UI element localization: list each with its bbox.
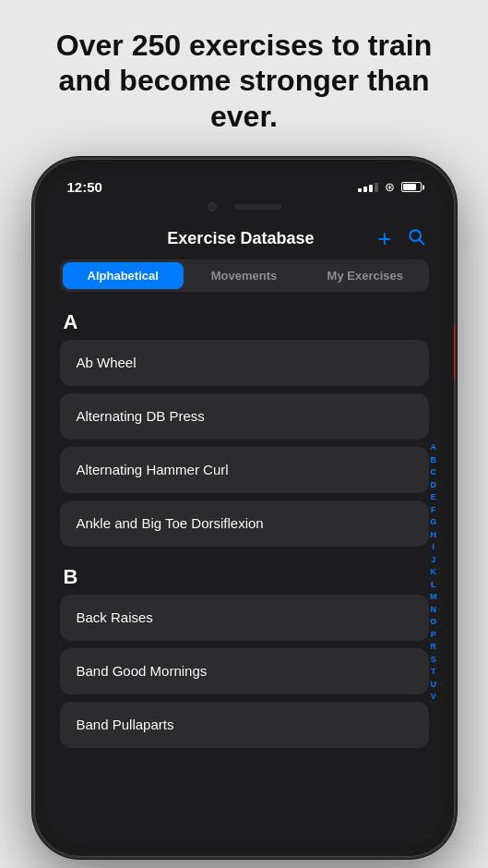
alpha-C[interactable]: C [427, 466, 440, 479]
alpha-M[interactable]: M [427, 591, 440, 604]
wifi-icon: ⊛ [385, 180, 395, 194]
exercise-name: Alternating DB Press [77, 408, 205, 424]
alphabet-sidebar: A B C D E F G H I J K L M N O P R [427, 299, 440, 846]
alpha-H[interactable]: H [427, 529, 440, 542]
exercise-name: Ab Wheel [77, 355, 137, 370]
list-item[interactable]: Band Pullaparts [60, 702, 429, 748]
front-camera [208, 202, 217, 211]
alpha-A[interactable]: A [427, 441, 440, 454]
exercise-list: A Ab Wheel Alternating DB Press Alternat… [45, 299, 444, 846]
exercise-name: Band Good Mornings [77, 663, 208, 679]
list-item[interactable]: Back Raises [60, 595, 429, 641]
battery-icon [401, 182, 422, 192]
headline: Over 250 exercises to train and become s… [0, 0, 488, 152]
tab-alphabetical[interactable]: Alphabetical [63, 262, 184, 289]
tab-movements[interactable]: Movements [184, 262, 304, 289]
alpha-R[interactable]: R [427, 641, 440, 654]
alpha-F[interactable]: F [427, 504, 440, 517]
exercise-name: Alternating Hammer Curl [77, 462, 229, 477]
section-a-header: A [60, 299, 429, 340]
app-header: Exercise Database + [45, 219, 444, 259]
alpha-S[interactable]: S [427, 654, 440, 667]
alpha-P[interactable]: P [427, 629, 440, 642]
exercise-name: Back Raises [77, 609, 153, 625]
header-actions: + [377, 226, 424, 250]
alpha-U[interactable]: U [427, 679, 440, 692]
notch [45, 200, 444, 219]
add-exercise-button[interactable]: + [377, 226, 391, 250]
phone-frame: 12:50 ⊛ [32, 157, 457, 859]
alpha-B[interactable]: B [427, 454, 440, 467]
side-button [454, 325, 457, 380]
tab-my-exercises[interactable]: My Exercises [304, 262, 425, 289]
exercise-name: Band Pullaparts [77, 717, 174, 732]
screen: 12:50 ⊛ [45, 170, 444, 846]
list-item[interactable]: Ankle and Big Toe Dorsiflexion [60, 500, 429, 547]
signal-icon [358, 183, 378, 192]
alpha-O[interactable]: O [427, 616, 440, 629]
alpha-D[interactable]: D [427, 479, 440, 492]
search-button[interactable] [407, 227, 425, 249]
list-item[interactable]: Band Good Mornings [60, 648, 429, 694]
exercise-name: Ankle and Big Toe Dorsiflexion [77, 515, 264, 531]
alpha-N[interactable]: N [427, 604, 440, 617]
svg-line-1 [419, 240, 423, 245]
section-b-header: B [60, 554, 429, 595]
alpha-J[interactable]: J [427, 554, 440, 567]
app-title: Exercise Database [104, 229, 378, 248]
alpha-K[interactable]: K [427, 566, 440, 579]
tabs-bar: Alphabetical Movements My Exercises [60, 259, 429, 292]
alpha-T[interactable]: T [427, 666, 440, 679]
alpha-E[interactable]: E [427, 491, 440, 504]
status-icons: ⊛ [358, 180, 422, 194]
list-item[interactable]: Alternating Hammer Curl [60, 447, 429, 493]
status-time: 12:50 [67, 179, 102, 195]
alpha-I[interactable]: I [427, 541, 440, 554]
alpha-G[interactable]: G [427, 516, 440, 529]
alpha-V[interactable]: V [427, 691, 440, 704]
list-item[interactable]: Ab Wheel [60, 340, 429, 386]
list-item[interactable]: Alternating DB Press [60, 393, 429, 440]
status-bar: 12:50 ⊛ [45, 170, 444, 200]
speaker [235, 204, 281, 210]
alpha-L[interactable]: L [427, 579, 440, 592]
